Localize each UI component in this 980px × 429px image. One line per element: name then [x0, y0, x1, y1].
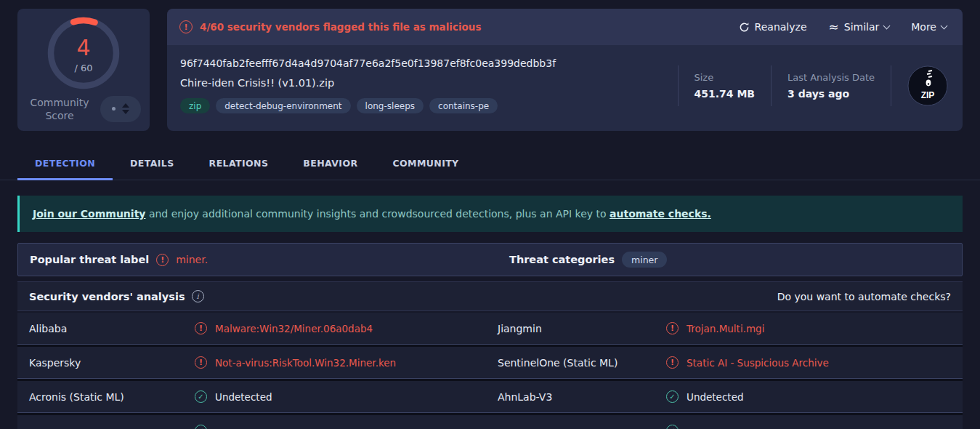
vote-up-icon[interactable]	[122, 103, 129, 108]
warning-icon	[195, 356, 207, 369]
tag-contains-pe[interactable]: contains-pe	[429, 98, 498, 113]
check-icon	[195, 425, 207, 429]
table-row: Kaspersky Not-a-virus:RiskTool.Win32.Min…	[17, 347, 963, 379]
warning-icon	[179, 20, 193, 33]
top-row: 4 / 60 Community Score 4/60 security ven…	[0, 0, 980, 131]
last-analysis-stat: Last Analysis Date 3 days ago	[787, 72, 875, 100]
table-row	[17, 415, 963, 429]
chevron-down-icon	[941, 22, 948, 29]
banner-text: and enjoy additional community insights …	[145, 208, 610, 220]
detection-result: Static AI - Suspicious Archive	[687, 357, 829, 369]
vendors-table: Alibaba Malware:Win32/Miner.06a0dab4 Jia…	[17, 313, 963, 429]
table-row: Alibaba Malware:Win32/Miner.06a0dab4 Jia…	[17, 313, 963, 345]
check-icon	[195, 390, 207, 403]
reanalyze-icon	[739, 22, 750, 33]
divider	[771, 65, 772, 106]
report-tabs: DETECTION DETAILS RELATIONS BEHAVIOR COM…	[0, 149, 980, 180]
svg-text:ZIP: ZIP	[921, 90, 935, 100]
reanalyze-button[interactable]: Reanalyze	[739, 21, 807, 33]
tag-long-sleeps[interactable]: long-sleeps	[357, 98, 424, 113]
vendor-name: Alibaba	[29, 323, 195, 334]
file-stats: Size 451.74 MB Last Analysis Date 3 days…	[678, 52, 949, 119]
tag-zip[interactable]: zip	[180, 98, 210, 113]
file-tags: zip detect-debug-environment long-sleeps…	[180, 98, 556, 113]
join-community-link[interactable]: Join our Community	[33, 208, 145, 220]
file-summary-card: 4/60 security vendors flagged this file …	[167, 9, 963, 131]
file-name: Chire-iden Crisis!! (v1.01).zip	[180, 77, 556, 89]
check-icon	[666, 425, 679, 429]
divider	[678, 65, 679, 106]
table-row: Acronis (Static ML) Undetected AhnLab-V3…	[17, 381, 963, 413]
automate-checks-prompt[interactable]: Do you want to automate checks?	[777, 291, 951, 302]
vote-down-icon[interactable]	[122, 110, 129, 114]
vote-dot-icon	[112, 107, 116, 111]
vendors-analysis-title: Security vendors' analysis	[29, 291, 185, 302]
flag-message: 4/60 security vendors flagged this file …	[200, 21, 481, 33]
community-score-label: Community Score	[26, 96, 93, 122]
detections-total: / 60	[47, 63, 120, 73]
vendor-name: AhnLab-V3	[498, 391, 666, 403]
tag-detect-debug-environment[interactable]: detect-debug-environment	[216, 98, 350, 113]
popular-threat-label-value: miner.	[176, 254, 208, 265]
tab-behavior[interactable]: BEHAVIOR	[286, 149, 375, 180]
community-vote-widget[interactable]	[100, 96, 141, 122]
info-icon[interactable]	[192, 290, 204, 302]
detection-result: Trojan.Multi.mgi	[687, 323, 764, 334]
file-size-stat: Size 451.74 MB	[694, 72, 756, 100]
detection-result: Not-a-virus:RiskTool.Win32.Miner.ken	[215, 357, 396, 369]
file-card-body: 96f7440fab2feefff67d4a4d9704af77e6a2f5e0…	[167, 45, 963, 119]
detection-result: Malware:Win32/Miner.06a0dab4	[215, 323, 373, 334]
threat-categories-title: Threat categories	[509, 254, 615, 265]
malicious-flag: 4/60 security vendors flagged this file …	[179, 20, 481, 33]
last-analysis-value: 3 days ago	[787, 88, 875, 100]
vendor-name: Kaspersky	[29, 357, 195, 369]
check-icon	[666, 390, 679, 403]
warning-icon	[666, 356, 679, 369]
divider	[891, 65, 891, 106]
vendor-name: Jiangmin	[498, 323, 666, 334]
threat-label-card: Popular threat label miner. Threat categ…	[17, 243, 963, 276]
file-card-header: 4/60 security vendors flagged this file …	[167, 9, 963, 45]
vendors-analysis-header: Security vendors' analysis Do you want t…	[17, 281, 963, 311]
vendor-name: SentinelOne (Static ML)	[498, 357, 666, 369]
community-banner: Join our Community and enjoy additional …	[17, 196, 963, 232]
warning-icon	[156, 254, 169, 266]
popular-threat-label-title: Popular threat label	[30, 254, 149, 265]
more-button[interactable]: More	[911, 21, 947, 33]
warning-icon	[195, 322, 207, 334]
tab-community[interactable]: COMMUNITY	[375, 149, 476, 180]
automate-checks-link[interactable]: automate checks.	[610, 208, 711, 220]
detection-result: Undetected	[687, 391, 744, 403]
tab-relations[interactable]: RELATIONS	[192, 149, 286, 180]
zip-file-icon: ZIP	[907, 65, 948, 106]
community-score-card: 4 / 60 Community Score	[17, 9, 150, 131]
file-size-value: 451.74 MB	[694, 88, 756, 100]
similar-icon: ≈	[829, 23, 839, 31]
vendor-name: Acronis (Static ML)	[29, 391, 195, 403]
tab-details[interactable]: DETAILS	[113, 149, 192, 180]
file-hash: 96f7440fab2feefff67d4a4d9704af77e6a2f5e0…	[180, 57, 556, 69]
threat-category-pill[interactable]: miner	[622, 252, 667, 268]
chevron-down-icon	[883, 22, 891, 29]
detections-count: 4	[47, 35, 120, 60]
tab-detection[interactable]: DETECTION	[17, 149, 113, 180]
detection-result: Undetected	[215, 391, 272, 403]
warning-icon	[666, 322, 679, 334]
similar-button[interactable]: ≈ Similar	[829, 21, 890, 33]
